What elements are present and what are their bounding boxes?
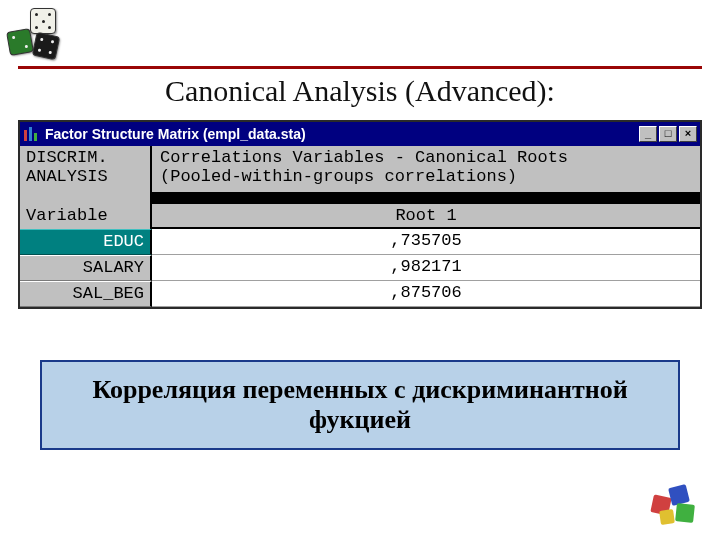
- header-left-line1: DISCRIM.: [26, 148, 144, 167]
- maximize-button[interactable]: □: [659, 126, 677, 142]
- die-black-icon: [32, 32, 60, 60]
- titlebar[interactable]: Factor Structure Matrix (empl_data.sta) …: [20, 122, 700, 146]
- window-title: Factor Structure Matrix (empl_data.sta): [45, 126, 637, 142]
- caption-text: Корреляция переменных с дискриминантной …: [54, 375, 666, 435]
- header-right: Correlations Variables - Canonical Roots…: [152, 146, 700, 192]
- stats-window: Factor Structure Matrix (empl_data.sta) …: [18, 120, 702, 309]
- table-row[interactable]: SALARY ,982171: [20, 255, 700, 281]
- svg-rect-1: [29, 127, 32, 141]
- caption-box: Корреляция переменных с дискриминантной …: [40, 360, 680, 450]
- cell-variable: SALARY: [20, 255, 152, 281]
- header-gap-left: [20, 192, 152, 204]
- close-button[interactable]: ×: [679, 126, 697, 142]
- table-row[interactable]: SAL_BEG ,875706: [20, 281, 700, 307]
- dice-decoration: [8, 8, 68, 63]
- cell-value: ,875706: [152, 281, 700, 307]
- header-right-line2: (Pooled-within-groups correlations): [160, 167, 692, 186]
- svg-rect-2: [34, 133, 37, 141]
- header-gap-right: [152, 192, 700, 204]
- divider-line: [18, 66, 702, 69]
- app-icon: [23, 126, 39, 142]
- column-header-root1[interactable]: Root 1: [152, 204, 700, 229]
- cell-variable: SAL_BEG: [20, 281, 152, 307]
- die-green-icon: [6, 28, 34, 56]
- header-right-line1: Correlations Variables - Canonical Roots: [160, 148, 692, 167]
- column-header-variable[interactable]: Variable: [20, 204, 152, 229]
- header-left: DISCRIM. ANALYSIS: [20, 146, 152, 192]
- die-white-icon: [30, 8, 56, 34]
- cell-value: ,982171: [152, 255, 700, 281]
- minimize-button[interactable]: _: [639, 126, 657, 142]
- header-left-line2: ANALYSIS: [26, 167, 144, 186]
- table-content: DISCRIM. ANALYSIS Correlations Variables…: [20, 146, 700, 307]
- stats-logo-icon: [646, 486, 706, 530]
- page-title: Canonical Analysis (Advanced):: [0, 74, 720, 108]
- cell-variable: EDUC: [20, 229, 152, 255]
- table-row[interactable]: EDUC ,735705: [20, 229, 700, 255]
- cell-value: ,735705: [152, 229, 700, 255]
- svg-rect-0: [24, 130, 27, 141]
